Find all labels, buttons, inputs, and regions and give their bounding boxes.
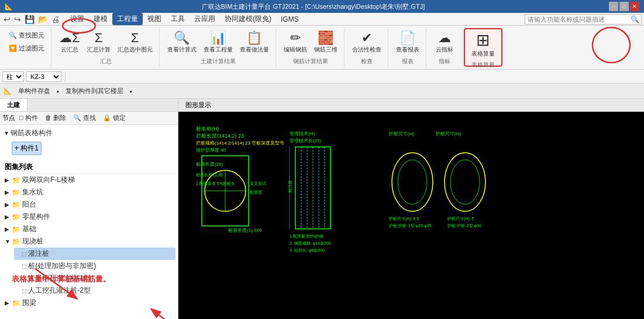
element-type-select[interactable]: 柱 梁 板 bbox=[2, 71, 24, 82]
validity-check-button[interactable]: ✔ 合法性检查 bbox=[349, 30, 384, 56]
svg-text:管理技术(H): 管理技术(H) bbox=[290, 131, 315, 136]
svg-text:3. 拉筋长: φ8@200: 3. 拉筋长: φ8@200 bbox=[290, 248, 325, 253]
save-component-button[interactable]: 单构件存盘 bbox=[14, 85, 54, 97]
minimize-button[interactable]: ─ bbox=[609, 2, 618, 11]
menu-cloud[interactable]: 云应用 bbox=[190, 13, 220, 25]
edit-rebar-button[interactable]: ✏ 编辑钢筋 bbox=[281, 30, 310, 56]
tree-label-stair: 双网双向F-L楼梯 bbox=[22, 175, 75, 185]
menu-tools[interactable]: 工具 bbox=[166, 13, 190, 25]
tree-folder-sump[interactable]: ▶ 📁 集水坑 bbox=[2, 186, 175, 198]
menu-collab[interactable]: 协同建模(限免) bbox=[220, 13, 276, 25]
svg-text:拦桩规格(1414.2/1414) 23 空桩深度及型号: 拦桩规格(1414.2/1414) 23 空桩深度及型号 bbox=[196, 140, 284, 146]
cloud-index-icon: ☁ bbox=[438, 32, 451, 44]
qa-print[interactable]: 🖨 bbox=[50, 15, 61, 24]
qa-open[interactable]: 📂 bbox=[37, 15, 49, 24]
expand-arrow: ▼ bbox=[4, 130, 11, 136]
summary-selected-button[interactable]: Σ 汇总选中图元 bbox=[115, 30, 156, 56]
folder-icon-foundation: 📁 bbox=[12, 225, 20, 234]
lock-button[interactable]: 🔒 锁定 bbox=[100, 112, 129, 124]
tab-civil[interactable]: 土建 bbox=[0, 99, 27, 111]
tree-folder-misc[interactable]: ▶ 📁 零星构件 bbox=[2, 211, 175, 223]
menu-view[interactable]: 视图 bbox=[143, 13, 166, 25]
delete-button[interactable]: 🗑 删除 bbox=[42, 112, 69, 124]
tree-folder-stair[interactable]: ▶ 📁 双网双向F-L楼梯 bbox=[2, 174, 175, 186]
view-report-button[interactable]: 📄 查看报表 bbox=[393, 30, 422, 56]
qa-redo[interactable]: ↪ bbox=[13, 15, 22, 24]
menu-build[interactable]: 建模 bbox=[89, 13, 112, 25]
menu-igms[interactable]: IGMS bbox=[276, 14, 304, 25]
view-rebar-qty-button[interactable]: 📋 查看做法量 bbox=[237, 30, 272, 56]
summary-selected-icon: Σ bbox=[131, 32, 139, 44]
index-group-label: 指标 bbox=[439, 57, 450, 66]
folder-icon-beam: 📁 bbox=[12, 299, 20, 307]
tree-label-handpile2: 人工挖孔灌注桩-2型 bbox=[28, 286, 91, 296]
rebar-section-header[interactable]: ▼ 钢筋表格构件 bbox=[2, 127, 175, 139]
tree-folder-foundation[interactable]: ▶ 📁 基础 bbox=[2, 223, 175, 235]
qa-undo[interactable]: ↩ bbox=[2, 15, 12, 24]
component-item-1[interactable]: + 构件1 bbox=[12, 142, 42, 155]
maximize-button[interactable]: □ bbox=[619, 2, 629, 11]
svg-text:护桩-护桩-1型 φ25-φ35: 护桩-护桩-1型 φ25-φ35 bbox=[388, 224, 432, 228]
summary-calc-icon: Σ bbox=[95, 32, 103, 44]
ribbon: 🔍 查找图元 🔽 过滤图元 ☁Σ 云汇总 Σ 汇总计算 Σ 汇总选 bbox=[0, 26, 644, 70]
right-panel-header: 图形显示 bbox=[178, 99, 644, 112]
svg-text:护桩尺寸(H): 5: 护桩尺寸(H): 5 bbox=[447, 217, 474, 221]
cloud-summary-button[interactable]: ☁Σ 云汇总 bbox=[56, 30, 83, 56]
svg-text:桩名称(H): 桩名称(H) bbox=[195, 126, 219, 132]
item-icon-groutpile: □ bbox=[22, 250, 26, 258]
menu-engineering[interactable]: 工程量 bbox=[112, 13, 143, 25]
menu-settings[interactable]: 设置 bbox=[66, 13, 89, 25]
svg-text:护桩尺寸(H): 护桩尺寸(H) bbox=[388, 131, 414, 136]
civil-group-label: 土建计算结果 bbox=[201, 57, 236, 66]
svg-text:桩基长度(1) 400: 桩基长度(1) 400 bbox=[228, 228, 262, 233]
title-bar: 📐 广联达BIM土建计量平台 GTJ2021 - [C:\Users\zhang… bbox=[0, 0, 644, 13]
left-panel: 土建 节点 □ 构件 🗑 删除 🔍 查找 🔒 锁定 ▼ 钢筋表格构件 + bbox=[0, 99, 178, 319]
tree-label-foundation: 基础 bbox=[22, 224, 36, 234]
search-input[interactable] bbox=[525, 14, 642, 25]
atlas-list-header: 图集列表 bbox=[2, 161, 175, 174]
toolbar2-separator2: ▪ bbox=[130, 88, 132, 95]
find-diagram-button[interactable]: 🔍 查找图元 bbox=[5, 29, 49, 41]
cloud-index-button[interactable]: ☁ 云指标 bbox=[433, 30, 456, 56]
folder-icon-balcony: 📁 bbox=[12, 201, 20, 209]
item-icon-densepile: □ bbox=[22, 262, 26, 270]
edit-rebar-icon: ✏ bbox=[290, 32, 301, 44]
tree-item-handpile2[interactable]: □ 人工挖孔灌注桩-2型 bbox=[14, 284, 175, 297]
svg-text:护桩尺寸(H): 护桩尺寸(H) bbox=[435, 131, 461, 136]
svg-text:叉叉形式: 叉叉形式 bbox=[250, 181, 266, 186]
add-component-button[interactable]: □ 构件 bbox=[16, 112, 41, 124]
close-button[interactable]: ✕ bbox=[630, 2, 639, 11]
check-group-label: 检查 bbox=[361, 57, 373, 66]
search-icon: 🔍 bbox=[631, 15, 639, 23]
summary-calc-button[interactable]: Σ 汇总计算 bbox=[84, 30, 113, 56]
folder-icon-stair: 📁 bbox=[12, 176, 20, 184]
tree-folder-beam[interactable]: ▶ 📁 围梁 bbox=[2, 297, 175, 309]
item-icon-handpile2: □ bbox=[22, 287, 26, 295]
svg-text:配置图: 配置图 bbox=[250, 190, 262, 194]
copy-component-button[interactable]: 复制构件到其它楼层 bbox=[61, 85, 128, 97]
tree-folder-balcony[interactable]: ▶ 📁 阳台 bbox=[2, 198, 175, 211]
filter-diagram-button[interactable]: 🔽 过滤图元 bbox=[5, 42, 49, 54]
diagram-display-tab[interactable]: 图形显示 bbox=[178, 100, 218, 111]
view-engineering-button[interactable]: 📊 查看工程量 bbox=[201, 30, 236, 56]
table-calc-button[interactable]: ⊞ 表格算量 bbox=[469, 30, 498, 60]
find-button[interactable]: 🔍 查找 bbox=[70, 112, 99, 124]
element-name-select[interactable]: KZ-3 bbox=[26, 71, 61, 82]
rebar-3d-button[interactable]: 🧱 钢筋三维 bbox=[311, 30, 340, 56]
tree-item-groutpile[interactable]: □ 灌注桩 bbox=[14, 248, 175, 260]
view-calc-icon: 🔍 bbox=[174, 32, 190, 44]
svg-text:桩基长度 (1)桩: 桩基长度 (1)桩 bbox=[195, 173, 223, 177]
ribbon-group-index: ☁ 云指标 指标 bbox=[428, 28, 463, 67]
tree-folder-castpile[interactable]: ▼ 📁 现浇桩 bbox=[2, 235, 175, 248]
toolbar-row1: 柱 梁 板 KZ-3 bbox=[0, 70, 644, 84]
view-report-icon: 📄 bbox=[400, 32, 415, 44]
folder-icon-misc: 📁 bbox=[12, 213, 20, 221]
svg-text:管理技术长(25): 管理技术长(25) bbox=[290, 138, 322, 143]
qa-save[interactable]: 💾 bbox=[23, 15, 36, 24]
svg-text:保护层厚度 40: 保护层厚度 40 bbox=[196, 148, 226, 153]
view-calc-button[interactable]: 🔍 查看计算式 bbox=[164, 30, 199, 56]
svg-text:桩身长度(20): 桩身长度(20) bbox=[195, 162, 223, 167]
svg-text:标注值: 标注值 bbox=[288, 180, 292, 193]
tree-item-densepile[interactable]: □ 桩(处理加密与非加密) bbox=[14, 260, 175, 272]
svg-text:2. 钢筋规格: φ14@200: 2. 钢筋规格: φ14@200 bbox=[290, 241, 331, 246]
